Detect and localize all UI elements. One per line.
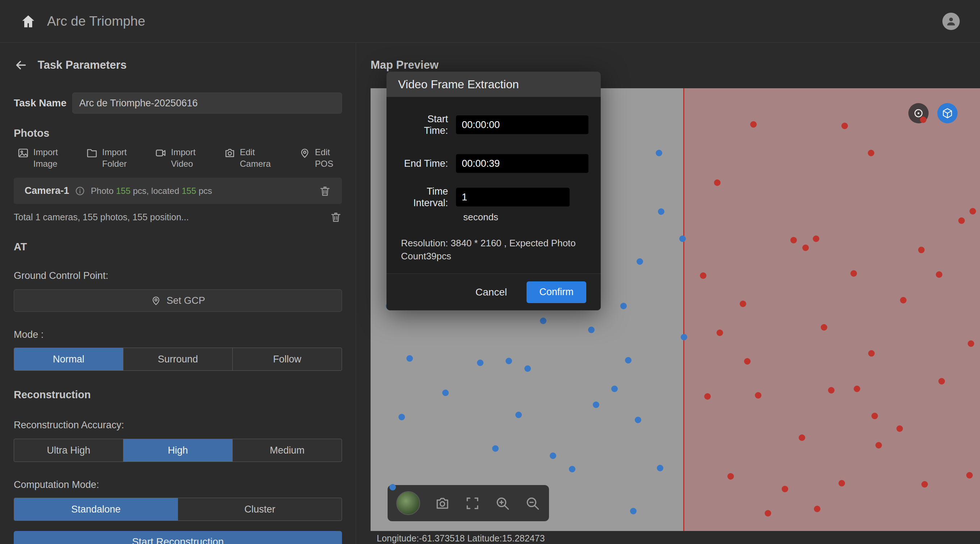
import-video-icon <box>155 147 167 159</box>
camera-view-icon[interactable] <box>434 495 450 511</box>
view-3d-button[interactable] <box>937 103 958 123</box>
mode-option-follow[interactable]: Follow <box>233 348 342 370</box>
red-map-point <box>802 244 809 251</box>
red-map-point <box>700 272 706 279</box>
blue-map-point <box>635 417 641 423</box>
blue-map-point <box>657 465 663 471</box>
red-map-point <box>740 301 746 307</box>
accuracy-option-ultra-high[interactable]: Ultra High <box>14 439 123 462</box>
confirm-button[interactable]: Confirm <box>527 281 586 303</box>
survey-zone <box>683 88 980 531</box>
resolution-info: Resolution: 3840 * 2160 , Expected Photo… <box>401 236 582 263</box>
blue-map-point <box>620 303 627 309</box>
mode-label: Mode : <box>14 329 342 340</box>
blue-map-point <box>550 452 556 459</box>
red-map-point <box>842 123 848 129</box>
mode-option-normal[interactable]: Normal <box>14 348 123 370</box>
top-bar: Arc de Triomphe <box>0 0 980 43</box>
red-map-point <box>821 324 827 331</box>
import-video-button[interactable]: Import Video <box>155 144 196 172</box>
camera-total-summary: Total 1 cameras, 155 photos, 155 positio… <box>14 212 189 222</box>
info-icon <box>75 186 85 196</box>
photo-count: 155 <box>116 186 130 196</box>
time-interval-label: TimeInterval: <box>401 186 448 209</box>
fit-frame-icon[interactable] <box>465 495 480 511</box>
computation-option-standalone[interactable]: Standalone <box>14 498 178 520</box>
red-map-point <box>872 413 878 419</box>
blue-map-point <box>681 334 687 340</box>
coordinates-readout: Longitude:-61.373518 Latitude:15.282473 <box>377 533 545 544</box>
edit-pos-icon <box>299 147 310 159</box>
red-map-point <box>750 121 757 128</box>
dialog-title: Video Frame Extraction <box>398 78 519 91</box>
back-arrow-icon[interactable] <box>14 58 28 72</box>
red-map-point <box>968 340 974 347</box>
red-map-point <box>921 481 928 488</box>
video-frame-extraction-dialog: Video Frame Extraction StartTime: End Ti… <box>387 71 601 310</box>
set-gcp-button[interactable]: Set GCP <box>14 289 342 312</box>
blue-map-point <box>492 445 499 452</box>
accuracy-option-high[interactable]: High <box>123 439 233 462</box>
red-map-point <box>716 330 723 336</box>
reconstruction-heading: Reconstruction <box>14 389 342 401</box>
gcp-label: Ground Control Point: <box>14 270 342 281</box>
blue-map-point <box>656 150 662 156</box>
delete-all-icon[interactable] <box>330 211 342 223</box>
red-map-point <box>920 116 926 123</box>
import-image-icon <box>18 147 29 159</box>
computation-option-cluster[interactable]: Cluster <box>178 498 342 520</box>
zoom-out-icon[interactable] <box>525 495 540 511</box>
red-map-point <box>868 150 874 156</box>
computation-mode-selector: Standalone Cluster <box>14 498 342 521</box>
end-time-label: End Time: <box>401 158 448 169</box>
import-folder-button[interactable]: Import Folder <box>86 144 127 172</box>
camera-name: Camera-1 <box>25 185 69 197</box>
user-avatar-icon[interactable] <box>942 13 960 30</box>
blue-map-point <box>630 508 636 514</box>
task-name-input[interactable] <box>72 93 342 114</box>
panel-title: Task Parameters <box>38 59 127 71</box>
mode-selector: Normal Surround Follow <box>14 347 342 371</box>
home-icon[interactable] <box>20 13 36 29</box>
start-reconstruction-button[interactable]: Start Reconstruction <box>14 531 342 544</box>
edit-pos-button[interactable]: Edit POS <box>299 144 333 172</box>
blue-map-point <box>390 484 396 490</box>
panel-header: Task Parameters <box>14 58 342 72</box>
blue-map-point <box>477 360 484 366</box>
red-map-point <box>850 270 857 277</box>
blue-map-point <box>569 466 575 473</box>
blue-map-point <box>611 385 618 392</box>
accuracy-selector: Ultra High High Medium <box>14 439 342 462</box>
task-name-label: Task Name <box>14 97 72 109</box>
red-map-point <box>939 378 945 384</box>
cancel-button[interactable]: Cancel <box>473 286 509 298</box>
import-image-button[interactable]: Import Image <box>18 144 58 172</box>
red-map-point <box>799 435 805 441</box>
photos-heading: Photos <box>14 127 342 139</box>
basemap-thumbnail[interactable] <box>396 491 420 515</box>
red-map-point <box>838 480 845 487</box>
red-map-point <box>782 486 788 492</box>
end-time-input[interactable] <box>456 154 589 173</box>
blue-map-point <box>658 208 665 215</box>
blue-map-point <box>593 401 599 408</box>
red-map-point <box>813 235 819 242</box>
blue-map-point <box>524 365 531 372</box>
import-folder-icon <box>86 147 98 159</box>
delete-camera-icon[interactable] <box>319 185 331 197</box>
task-parameters-panel: Task Parameters Task Name Photos Import … <box>0 43 356 544</box>
map-preview-heading: Map Preview <box>371 59 439 71</box>
map-toolbar <box>388 485 549 521</box>
time-interval-input[interactable] <box>456 188 570 206</box>
mode-option-surround[interactable]: Surround <box>123 348 233 370</box>
zoom-in-icon[interactable] <box>495 495 510 511</box>
start-time-input[interactable] <box>456 116 589 134</box>
accuracy-option-medium[interactable]: Medium <box>233 439 342 462</box>
camera-photo-summary: Photo 155 pcs, located 155 pcs <box>91 186 212 196</box>
blue-map-point <box>406 355 413 362</box>
red-map-point <box>918 247 924 253</box>
camera-list-item[interactable]: Camera-1 Photo 155 pcs, located 155 pcs <box>14 178 342 204</box>
edit-camera-button[interactable]: Edit Camera <box>224 144 271 172</box>
red-map-point <box>828 387 835 393</box>
blue-map-point <box>540 317 546 324</box>
